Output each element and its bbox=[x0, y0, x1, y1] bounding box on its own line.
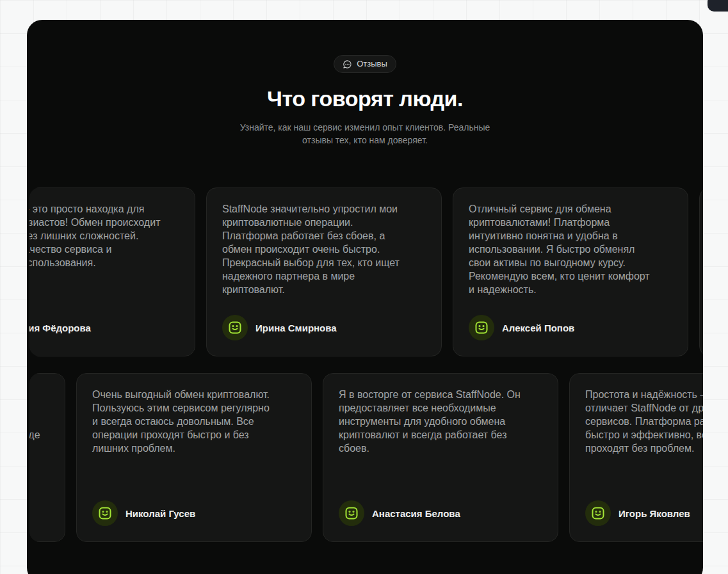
reviews-badge: Отзывы bbox=[334, 55, 396, 73]
avatar bbox=[469, 315, 494, 340]
testimonial-card: Пользуюсь этим сервисом уже год — обмен … bbox=[29, 373, 65, 542]
testimonial-card[interactable]: Я в восторге от сервиса StaffNode. Он пр… bbox=[323, 373, 558, 542]
author-name: Ирина Смирнова bbox=[255, 323, 337, 333]
testimonial-card[interactable]: StaffNode значительно упростил мои крипт… bbox=[206, 187, 442, 356]
smiley-icon bbox=[97, 506, 113, 521]
testimonials-carousel: StaffNode – это просто находка для крипт… bbox=[27, 187, 703, 542]
avatar bbox=[222, 315, 248, 340]
testimonial-author: Ирина Смирнова bbox=[222, 315, 426, 340]
testimonial-card: StaffNode – это просто находка для крипт… bbox=[29, 187, 195, 356]
testimonial-text: StaffNode значительно упростил мои крипт… bbox=[222, 202, 426, 296]
testimonial-text: Пользуюсь этим сервисом уже год — обмен … bbox=[29, 388, 49, 468]
author-name: Николай Гусев bbox=[125, 508, 195, 519]
testimonial-text: Очень выгодный обмен криптовалют. Пользу… bbox=[92, 388, 296, 455]
smiley-icon bbox=[227, 320, 243, 335]
corner-widget[interactable] bbox=[708, 0, 728, 12]
testimonial-author: Игорь Яковлев bbox=[585, 500, 703, 526]
testimonial-author bbox=[29, 500, 49, 526]
testimonial-card[interactable] bbox=[699, 187, 703, 356]
testimonial-text: Отличный сервис для обмена криптовалютам… bbox=[469, 202, 672, 296]
author-name: Игорь Яковлев bbox=[619, 508, 690, 519]
author-name: Анастасия Белова bbox=[372, 508, 460, 519]
testimonial-card[interactable]: Простота и надёжность — вот что отличает… bbox=[569, 373, 703, 542]
section-subtitle: Узнайте, как наш сервис изменил опыт кли… bbox=[27, 121, 703, 147]
testimonial-text: Я в восторге от сервиса StaffNode. Он пр… bbox=[339, 388, 542, 455]
section-title: Что говорят люди. bbox=[27, 84, 703, 113]
smiley-icon bbox=[590, 506, 606, 521]
smiley-icon bbox=[344, 506, 359, 521]
smiley-icon bbox=[474, 320, 489, 335]
testimonial-author: Мария Фёдорова bbox=[29, 315, 179, 340]
testimonial-card-clipped[interactable]: StaffNode – это просто находка для крипт… bbox=[29, 187, 195, 356]
avatar bbox=[585, 500, 611, 526]
avatar bbox=[92, 500, 118, 526]
author-name: Мария Фёдорова bbox=[29, 323, 91, 333]
avatar bbox=[339, 500, 364, 526]
testimonial-author: Николай Гусев bbox=[92, 500, 296, 526]
testimonials-row-2: Пользуюсь этим сервисом уже год — обмен … bbox=[27, 373, 703, 542]
testimonial-card[interactable]: Отличный сервис для обмена криптовалютам… bbox=[453, 187, 688, 356]
author-name: Алексей Попов bbox=[502, 323, 574, 333]
testimonial-text: Простота и надёжность — вот что отличает… bbox=[585, 388, 703, 455]
testimonial-card[interactable]: Очень выгодный обмен криптовалют. Пользу… bbox=[76, 373, 312, 542]
testimonial-author: Алексей Попов bbox=[469, 315, 672, 340]
testimonials-section: Отзывы Что говорят люди. Узнайте, как на… bbox=[27, 20, 703, 574]
testimonial-text: StaffNode – это просто находка для крипт… bbox=[29, 202, 179, 269]
reviews-badge-label: Отзывы bbox=[357, 59, 387, 69]
testimonial-author: Анастасия Белова bbox=[339, 500, 542, 526]
testimonials-row-1: StaffNode – это просто находка для крипт… bbox=[27, 187, 703, 356]
testimonial-card-clipped[interactable]: Пользуюсь этим сервисом уже год — обмен … bbox=[29, 373, 65, 542]
message-dots-icon bbox=[343, 60, 352, 69]
